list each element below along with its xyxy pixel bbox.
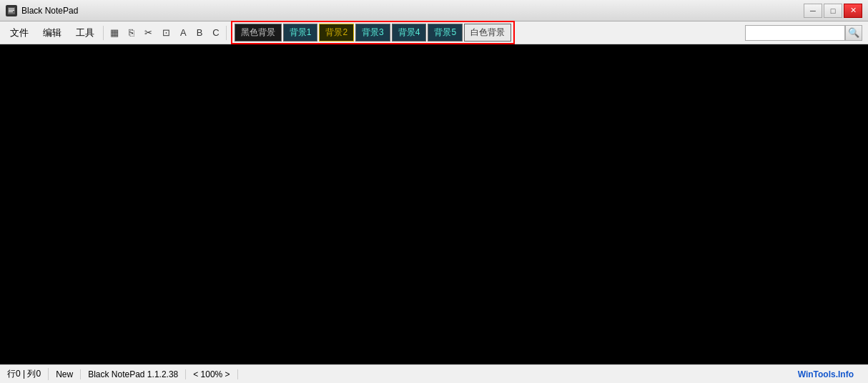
minimize-button[interactable]: ─ xyxy=(804,4,822,18)
theme-bg3-button[interactable]: 背景3 xyxy=(355,24,390,42)
search-area: 🔍 xyxy=(745,25,862,41)
search-icon: 🔍 xyxy=(848,27,859,38)
theme-section: 黑色背景 背景1 背景2 背景3 背景4 背景5 白色背景 xyxy=(231,21,515,44)
app-icon xyxy=(6,5,17,16)
status-zoom: < 100% > xyxy=(186,369,237,379)
title-bar: Black NotePad ─ □ ✕ xyxy=(0,0,868,21)
theme-bg1-button[interactable]: 背景1 xyxy=(283,24,318,42)
toolbar-separator-1 xyxy=(103,26,104,40)
maximize-button[interactable]: □ xyxy=(824,4,842,18)
search-button[interactable]: 🔍 xyxy=(845,25,862,41)
toolbar-btn-b[interactable]: B xyxy=(192,24,208,41)
toolbar-icon-paste[interactable]: ⊡ xyxy=(157,24,175,41)
toolbar-icon-copy[interactable]: ⎘ xyxy=(124,24,139,41)
svg-rect-1 xyxy=(9,9,14,9)
toolbar-icon-grid[interactable]: ▦ xyxy=(105,24,124,41)
editor-area[interactable] xyxy=(0,44,868,364)
status-app-name: Black NotePad 1.1.2.38 xyxy=(81,369,186,379)
menu-bar: 文件 编辑 工具 ▦ ⎘ ✂ ⊡ A B C 黑色背景 背景1 背景2 背景3 … xyxy=(0,21,868,44)
menu-file[interactable]: 文件 xyxy=(3,24,36,42)
menu-edit[interactable]: 编辑 xyxy=(36,24,69,42)
theme-white-bg-button[interactable]: 白色背景 xyxy=(464,24,511,42)
toolbar-btn-c[interactable]: C xyxy=(207,24,224,41)
status-row-col: 行0 | 列0 xyxy=(7,368,49,380)
svg-rect-2 xyxy=(9,10,14,11)
toolbar-btn-a[interactable]: A xyxy=(175,24,192,41)
menu-tools[interactable]: 工具 xyxy=(69,24,102,42)
window-title: Black NotePad xyxy=(21,6,804,16)
window-controls: ─ □ ✕ xyxy=(804,4,862,18)
toolbar-separator-2 xyxy=(226,26,227,40)
status-website-link[interactable]: WinTools.Info xyxy=(791,369,861,379)
theme-bg5-button[interactable]: 背景5 xyxy=(428,24,463,42)
theme-black-bg-button[interactable]: 黑色背景 xyxy=(235,24,282,42)
status-bar: 行0 | 列0 New Black NotePad 1.1.2.38 < 100… xyxy=(0,364,868,383)
search-input[interactable] xyxy=(745,25,845,41)
close-button[interactable]: ✕ xyxy=(844,4,862,18)
theme-bg2-button[interactable]: 背景2 xyxy=(319,24,354,42)
theme-bg4-button[interactable]: 背景4 xyxy=(392,24,427,42)
svg-rect-3 xyxy=(9,11,13,12)
status-filename: New xyxy=(49,369,81,379)
toolbar-icon-cut[interactable]: ✂ xyxy=(139,24,157,41)
